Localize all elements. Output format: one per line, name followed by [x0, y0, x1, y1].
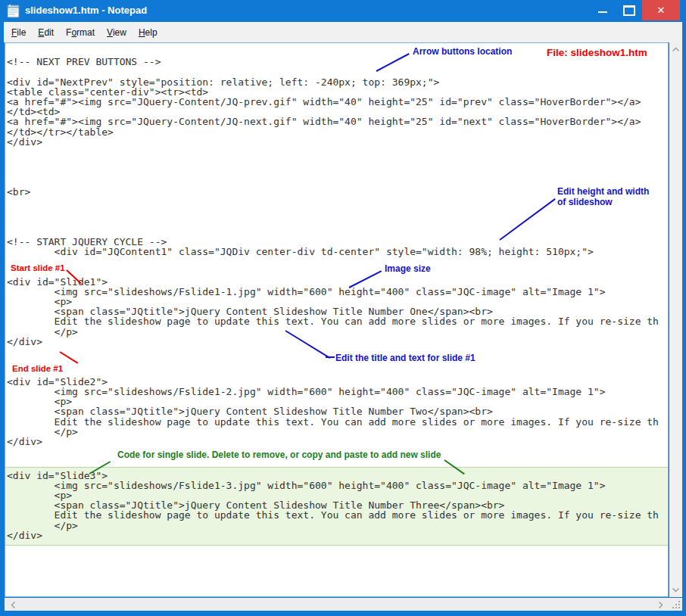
annotation-edit-title: Edit the title and text for slide #1 [335, 353, 476, 363]
scroll-right-icon[interactable] [658, 601, 663, 609]
window-title: slideshow1.htm - Notepad [25, 5, 147, 16]
notepad-window: slideshow1.htm - Notepad ✕ File Edit For… [0, 0, 686, 616]
close-button[interactable]: ✕ [642, 0, 680, 20]
resize-grip-icon[interactable] [672, 600, 681, 610]
annotation-arrow-buttons-location: Arrow buttons location [413, 46, 512, 57]
notepad-icon [7, 4, 20, 18]
annotation-image-size: Image size [385, 263, 431, 274]
menu-view[interactable]: View [101, 27, 133, 38]
vertical-scrollbar[interactable] [669, 42, 682, 597]
minimize-icon [598, 11, 607, 13]
code-text-slide3: <div id="Slide3"> <img src="slideshows/F… [5, 471, 668, 540]
scroll-left-icon[interactable] [11, 601, 16, 609]
annotation-start-slide: Start slide #1 [11, 263, 65, 272]
pointer-line-edit-title-tick [326, 356, 335, 358]
slide3-highlight-block: <div id="Slide3"> <img src="slideshows/F… [5, 467, 668, 546]
scroll-up-icon[interactable] [672, 47, 680, 52]
menu-bar: File Edit Format View Help [4, 22, 682, 42]
menu-file[interactable]: File [4, 27, 32, 38]
annotation-single-slide: Code for single slide. Delete to remove,… [117, 450, 441, 460]
annotation-end-slide: End slide #1 [12, 364, 63, 373]
menu-edit[interactable]: Edit [32, 27, 60, 38]
annotation-edit-size: Edit height and width of slideshow [557, 186, 650, 207]
menu-format[interactable]: Format [60, 27, 101, 38]
annotation-file-name: File: slideshow1.htm [547, 47, 647, 58]
maximize-icon [623, 5, 635, 16]
scrollbar-corner [669, 598, 682, 611]
scroll-down-icon[interactable] [672, 587, 680, 593]
minimize-button[interactable] [590, 0, 616, 20]
title-bar[interactable]: slideshow1.htm - Notepad ✕ [0, 0, 686, 22]
text-editor[interactable]: <!-- NEXT PREV BUTTONS --> <div id="Next… [5, 42, 669, 597]
menu-help[interactable]: Help [133, 27, 164, 38]
horizontal-scrollbar[interactable] [5, 598, 669, 611]
code-text-top: <!-- NEXT PREV BUTTONS --> <div id="Next… [5, 43, 668, 467]
maximize-button[interactable] [616, 0, 641, 20]
